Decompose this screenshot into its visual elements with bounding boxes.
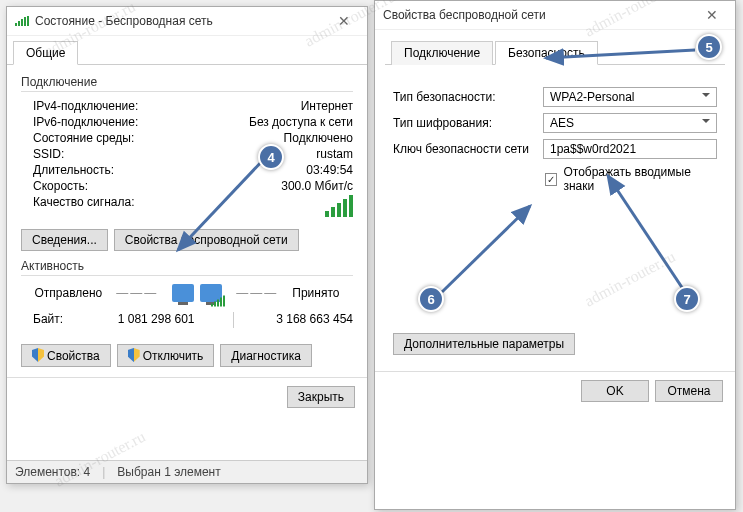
dashes: ———: [116, 286, 158, 300]
advanced-button[interactable]: Дополнительные параметры: [393, 333, 575, 355]
properties-button[interactable]: Свойства: [21, 344, 111, 367]
close-row: Закрыть: [7, 377, 367, 416]
shield-icon: [32, 348, 44, 362]
details-button[interactable]: Сведения...: [21, 229, 108, 251]
dashes: ———: [236, 286, 278, 300]
security-type-label: Тип безопасности:: [393, 90, 543, 104]
wifi-icon: [15, 16, 29, 26]
explorer-statusbar: Элементов: 4 | Выбран 1 элемент: [7, 460, 367, 483]
kv-speed: Скорость:300.0 Мбит/с: [21, 178, 353, 194]
bytes-label: Байт:: [33, 312, 83, 328]
group-activity-label: Активность: [21, 259, 353, 273]
annotation-badge-5: 5: [696, 34, 722, 60]
annotation-badge-6: 6: [418, 286, 444, 312]
close-icon[interactable]: ✕: [329, 13, 359, 29]
status-body: Подключение IPv4-подключение:Интернет IP…: [7, 65, 367, 377]
row-show-chars: ✓ Отображать вводимые знаки: [545, 165, 717, 193]
tab-security[interactable]: Безопасность: [495, 41, 598, 65]
kv-ssid: SSID:rustam: [21, 146, 353, 162]
props-footer: OK Отмена: [375, 371, 735, 410]
kv-duration: Длительность:03:49:54: [21, 162, 353, 178]
security-type-select[interactable]: WPA2-Personal: [543, 87, 717, 107]
shield-icon: [128, 348, 140, 362]
sent-label: Отправлено: [35, 286, 103, 300]
separator: [21, 275, 353, 276]
bytes-recv: 3 168 663 454: [242, 312, 354, 328]
tab-connection[interactable]: Подключение: [391, 41, 493, 65]
kv-ipv4: IPv4-подключение:Интернет: [21, 98, 353, 114]
details-button-row: Сведения... Свойства беспроводной сети: [21, 229, 353, 251]
status-title: Состояние - Беспроводная сеть: [35, 14, 329, 28]
close-icon[interactable]: ✕: [697, 7, 727, 23]
show-chars-checkbox[interactable]: ✓: [545, 173, 557, 186]
kv-media: Состояние среды:Подключено: [21, 130, 353, 146]
tab-general[interactable]: Общие: [13, 41, 78, 65]
close-button[interactable]: Закрыть: [287, 386, 355, 408]
bytes-sent: 1 081 298 601: [83, 312, 225, 328]
separator: [21, 91, 353, 92]
separator: [233, 312, 234, 328]
encryption-label: Тип шифрования:: [393, 116, 543, 130]
props-body: Тип безопасности: WPA2-Personal Тип шифр…: [375, 65, 735, 371]
group-connection-label: Подключение: [21, 75, 353, 89]
kv-signal: Качество сигнала:: [21, 194, 353, 221]
bottom-button-row: Свойства Отключить Диагностика: [21, 344, 353, 367]
row-key: Ключ безопасности сети: [393, 139, 717, 159]
status-selected: Выбран 1 элемент: [117, 465, 220, 479]
diagnose-button[interactable]: Диагностика: [220, 344, 312, 367]
encryption-select[interactable]: AES: [543, 113, 717, 133]
row-security-type: Тип безопасности: WPA2-Personal: [393, 87, 717, 107]
status-titlebar: Состояние - Беспроводная сеть ✕: [7, 7, 367, 36]
status-window: Состояние - Беспроводная сеть ✕ Общие По…: [6, 6, 368, 484]
props-titlebar: Свойства беспроводной сети ✕: [375, 1, 735, 30]
wifi-props-button[interactable]: Свойства беспроводной сети: [114, 229, 299, 251]
cancel-button[interactable]: Отмена: [655, 380, 723, 402]
disable-button[interactable]: Отключить: [117, 344, 215, 367]
key-label: Ключ безопасности сети: [393, 142, 543, 156]
signal-bars-icon: [325, 195, 353, 217]
row-encryption: Тип шифрования: AES: [393, 113, 717, 133]
status-tabs: Общие: [7, 36, 367, 65]
ok-button[interactable]: OK: [581, 380, 649, 402]
props-title: Свойства беспроводной сети: [383, 8, 697, 22]
recv-label: Принято: [292, 286, 339, 300]
security-key-input[interactable]: [543, 139, 717, 159]
show-chars-label: Отображать вводимые знаки: [563, 165, 717, 193]
kv-ipv6: IPv6-подключение:Без доступа к сети: [21, 114, 353, 130]
annotation-badge-7: 7: [674, 286, 700, 312]
annotation-badge-4: 4: [258, 144, 284, 170]
properties-window: Свойства беспроводной сети ✕ Подключение…: [374, 0, 736, 510]
activity-computers-icon: [172, 284, 222, 302]
props-tabs: Подключение Безопасность: [385, 36, 725, 65]
activity-panel: Отправлено ——— ——— Принято Байт: 1 081 2…: [21, 284, 353, 330]
status-elements: Элементов: 4: [15, 465, 90, 479]
